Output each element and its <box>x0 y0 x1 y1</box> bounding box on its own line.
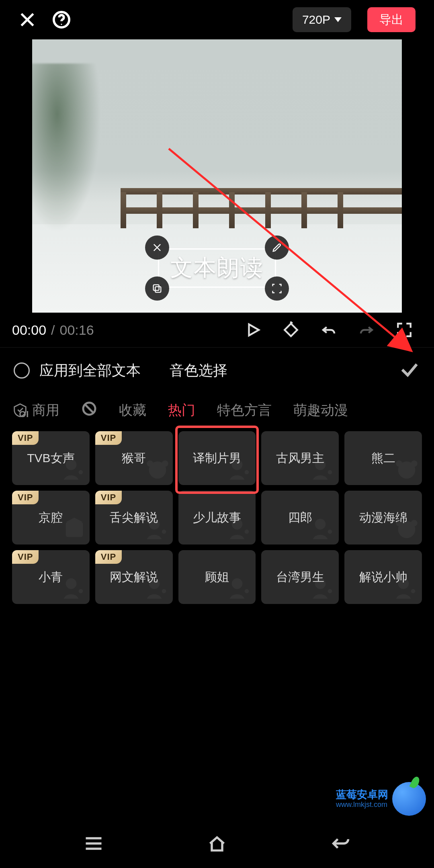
voice-label: 网文解说 <box>107 569 160 585</box>
voice-card[interactable]: 台湾男生 <box>261 550 339 604</box>
voice-label: TVB女声 <box>25 450 77 467</box>
nav-back-icon[interactable] <box>330 833 351 856</box>
voice-card[interactable]: 少儿故事 <box>178 491 256 545</box>
vip-badge: VIP <box>12 491 39 504</box>
voice-label: 四郎 <box>286 510 315 526</box>
svg-text:OFF: OFF <box>19 409 28 418</box>
voice-card[interactable]: 熊二 <box>344 431 422 485</box>
help-icon[interactable] <box>52 10 71 29</box>
close-icon[interactable] <box>18 11 36 29</box>
voice-card[interactable]: VIP京腔 <box>12 491 90 545</box>
svg-point-21 <box>405 470 409 475</box>
svg-point-29 <box>315 519 326 530</box>
tab-commercial[interactable]: OFF 商用 <box>12 401 59 420</box>
svg-point-1 <box>61 24 62 25</box>
tab-favorites[interactable]: 收藏 <box>119 401 146 420</box>
voice-card[interactable]: 译制片男 <box>178 431 256 485</box>
voice-label: 台湾男生 <box>274 569 327 585</box>
time-total: 00:16 <box>60 322 94 338</box>
voice-card[interactable]: VIP舌尖解说 <box>95 491 173 545</box>
delete-handle[interactable] <box>145 235 169 260</box>
time-separator: / <box>51 322 55 338</box>
svg-point-20 <box>408 466 411 469</box>
play-icon[interactable] <box>235 321 271 338</box>
export-button[interactable]: 导出 <box>367 7 416 32</box>
svg-rect-3 <box>155 287 161 292</box>
vip-badge: VIP <box>95 431 122 445</box>
vip-badge: VIP <box>12 431 39 445</box>
nav-home-icon[interactable] <box>207 833 227 856</box>
svg-point-42 <box>245 589 249 594</box>
svg-point-19 <box>402 466 405 469</box>
svg-point-9 <box>153 466 156 469</box>
svg-point-17 <box>328 470 332 475</box>
time-current: 00:00 <box>12 322 46 338</box>
nav-menu-icon[interactable] <box>83 833 104 856</box>
svg-point-41 <box>232 578 243 589</box>
tab-dialect[interactable]: 特色方言 <box>217 401 272 420</box>
svg-point-38 <box>78 589 83 594</box>
voice-label: 古风男主 <box>274 450 327 467</box>
voice-label: 小青 <box>36 569 65 585</box>
confirm-icon[interactable] <box>399 359 420 382</box>
voice-card[interactable]: 顾姐 <box>178 550 256 604</box>
svg-point-46 <box>411 589 416 594</box>
voice-grid: VIPTVB女声VIP猴哥译制片男古风男主熊二VIP京腔VIP舌尖解说少儿故事四… <box>0 427 434 608</box>
svg-rect-2 <box>154 285 159 291</box>
svg-point-44 <box>328 589 332 594</box>
text-overlay[interactable]: 文本朗读 <box>158 248 276 288</box>
voice-card[interactable]: VIP网文解说 <box>95 550 173 604</box>
voice-card[interactable]: VIP小青 <box>12 550 90 604</box>
vip-badge: VIP <box>12 550 39 564</box>
voice-label: 译制片男 <box>190 450 244 467</box>
resize-handle[interactable] <box>265 276 289 301</box>
resolution-label: 720P <box>302 13 330 27</box>
keyframe-icon[interactable] <box>273 321 309 338</box>
resolution-selector[interactable]: 720P <box>293 7 351 32</box>
vip-badge: VIP <box>95 491 122 504</box>
voice-label: 动漫海绵 <box>357 510 410 526</box>
watermark-logo <box>392 782 426 816</box>
redo-icon[interactable] <box>349 321 384 338</box>
copy-handle[interactable] <box>145 276 169 301</box>
voice-tabs: OFF 商用 收藏 热门 特色方言 萌趣动漫 <box>0 393 434 427</box>
apply-all-radio[interactable] <box>14 362 30 379</box>
voice-card[interactable]: VIP猴哥 <box>95 431 173 485</box>
voice-card[interactable]: VIPTVB女声 <box>12 431 90 485</box>
svg-point-32 <box>402 526 405 529</box>
apply-all-label: 应用到全部文本 <box>39 361 141 381</box>
svg-rect-24 <box>66 522 83 537</box>
edit-handle[interactable] <box>265 235 289 260</box>
voice-card[interactable]: 动漫海绵 <box>344 491 422 545</box>
overlay-text: 文本朗读 <box>170 255 264 280</box>
voice-card[interactable]: 四郎 <box>261 491 339 545</box>
svg-point-34 <box>405 530 409 534</box>
voice-label: 熊二 <box>369 450 398 467</box>
video-preview[interactable]: 文本朗读 <box>32 39 402 313</box>
voice-card[interactable]: 古风男主 <box>261 431 339 485</box>
svg-point-40 <box>162 589 166 594</box>
voice-label: 少儿故事 <box>190 510 244 526</box>
svg-point-37 <box>66 578 76 589</box>
svg-point-30 <box>328 530 332 534</box>
svg-point-23 <box>411 461 418 467</box>
system-nav-bar <box>0 821 434 868</box>
voice-label: 猴哥 <box>119 450 148 467</box>
voice-card[interactable]: 解说小帅 <box>344 550 422 604</box>
voice-deco-icon <box>311 516 336 543</box>
voice-select-label: 音色选择 <box>170 361 227 381</box>
svg-point-7 <box>78 470 83 475</box>
tab-anime[interactable]: 萌趣动漫 <box>293 401 348 420</box>
svg-point-15 <box>245 470 249 475</box>
voice-label: 京腔 <box>36 510 65 526</box>
player-bar: 00:00 / 00:16 <box>0 313 434 347</box>
tab-hot[interactable]: 热门 <box>168 401 195 420</box>
voice-label: 顾姐 <box>203 569 231 585</box>
voice-deco-icon <box>227 575 253 602</box>
fullscreen-icon[interactable] <box>387 321 422 338</box>
tab-none[interactable] <box>81 401 97 420</box>
watermark: 蓝莓安卓网 www.lmkjst.com <box>336 782 426 816</box>
undo-icon[interactable] <box>311 321 346 338</box>
voice-label: 舌尖解说 <box>107 510 160 526</box>
voice-label: 解说小帅 <box>357 569 410 585</box>
